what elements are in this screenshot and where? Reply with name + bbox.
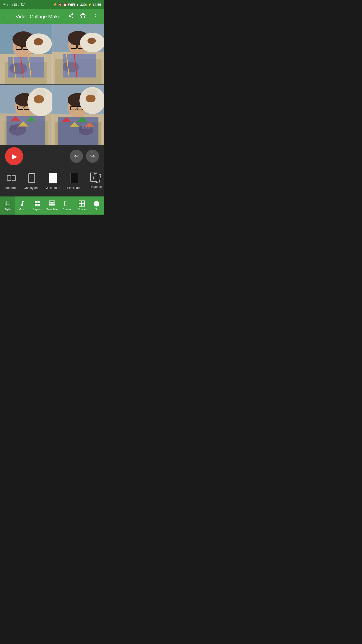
sticker-label: Sti — [95, 208, 98, 211]
video-cell-4[interactable] — [52, 85, 104, 145]
music-label: Music — [19, 208, 26, 211]
wifi-icon: WiFi — [68, 3, 75, 7]
video-grid — [0, 24, 104, 145]
download-icon-1: ↓ — [7, 3, 8, 6]
nav-item-music[interactable]: Music — [15, 196, 30, 215]
svg-point-46 — [34, 95, 44, 103]
photo-thumb-4 — [52, 85, 104, 145]
status-right-icons: ⚡ 🔇 ⏰ WiFi ▲ 32% ⚡ 14:55 — [53, 3, 101, 7]
download-icon-4: ↓ — [18, 3, 19, 6]
space-label: Space — [78, 208, 86, 211]
more-button[interactable]: ⋮ — [90, 11, 100, 22]
video-cell-1[interactable] — [0, 24, 52, 84]
gift-icon — [80, 13, 86, 19]
svg-rect-82 — [50, 202, 54, 204]
svg-point-64 — [86, 95, 96, 102]
border-icon — [64, 200, 70, 207]
play-button[interactable]: ▶ — [5, 147, 23, 165]
back-button[interactable]: ← — [4, 12, 13, 21]
transition-item-white-fade[interactable]: White fade — [42, 170, 64, 194]
transition-bar: and drop One by one White fade Black fad… — [0, 168, 104, 196]
nav-item-layout[interactable]: Layout — [30, 196, 44, 215]
download-icon-3: ↓ — [12, 3, 13, 6]
black-fade-label: Black fade — [67, 186, 81, 190]
media-icon: ▤ — [14, 3, 17, 6]
black-fade-icon — [68, 172, 81, 185]
one-by-one-icon — [25, 172, 38, 185]
style-label: Style — [4, 208, 10, 211]
border-label: Border — [63, 208, 71, 211]
space-icon — [78, 200, 85, 207]
transition-item-black-fade[interactable]: Black fade — [64, 170, 85, 194]
status-bar: ✉ ↓ ↓ ↓ ▤ ↓ 31° ⚡ 🔇 ⏰ WiFi ▲ 32% ⚡ 14:55 — [0, 0, 104, 9]
drag-drop-icon — [5, 172, 18, 185]
undo-icon: ↩ — [74, 153, 79, 159]
rotate-in-icon — [90, 172, 102, 184]
nav-item-space[interactable]: Space — [74, 196, 89, 215]
temperature-label: 31° — [20, 3, 25, 6]
battery-label: 32% — [80, 3, 87, 7]
gift-button[interactable] — [78, 11, 87, 22]
nav-item-template[interactable]: Template — [44, 196, 59, 215]
time-label: 14:55 — [93, 3, 101, 7]
white-fade-label: White fade — [46, 186, 60, 190]
transition-item-one-by-one[interactable]: One by one — [21, 170, 42, 194]
template-icon — [49, 200, 55, 207]
photo-thumb-1 — [0, 24, 52, 84]
download-icon-2: ↓ — [9, 3, 11, 6]
nav-item-sticker[interactable]: Sti — [89, 196, 104, 215]
template-label: Template — [47, 208, 58, 211]
white-fade-icon — [47, 172, 60, 185]
rotate-in-label: Rotate in — [89, 185, 102, 189]
mail-icon: ✉ — [3, 3, 6, 6]
app-title: Video Collage Maker — [16, 14, 63, 20]
nav-item-border[interactable]: Border — [60, 196, 74, 215]
sticker-icon — [93, 200, 100, 207]
drag-drop-label: and drop — [6, 186, 17, 190]
play-icon: ▶ — [12, 152, 17, 160]
redo-button[interactable]: ↪ — [86, 150, 99, 163]
one-by-one-label: One by one — [24, 186, 39, 190]
undo-redo-group: ↩ ↪ — [70, 150, 99, 163]
music-icon — [19, 200, 26, 207]
video-cell-3[interactable] — [0, 85, 52, 145]
layout-icon — [34, 200, 40, 207]
bluetooth-icon: ⚡ — [53, 3, 57, 7]
style-icon — [4, 200, 11, 207]
redo-icon: ↪ — [90, 153, 95, 159]
svg-point-29 — [87, 38, 96, 44]
app-bar: ← Video Collage Maker ⋮ — [0, 9, 104, 24]
charging-icon: ⚡ — [88, 3, 92, 7]
transition-item-rotate-in[interactable]: Rotate in — [85, 170, 104, 194]
photo-thumb-3 — [0, 85, 52, 145]
alarm-icon: ⏰ — [63, 3, 67, 7]
share-button[interactable] — [66, 11, 75, 22]
svg-rect-83 — [49, 205, 55, 206]
bottom-nav: Style Music Layout Template Border — [0, 196, 104, 215]
signal-icon: ▲ — [76, 3, 79, 7]
transition-item-drag-drop[interactable]: and drop — [2, 170, 21, 194]
controls-bar: ▶ ↩ ↪ — [0, 145, 104, 168]
status-left-icons: ✉ ↓ ↓ ↓ ▤ ↓ 31° — [3, 3, 25, 6]
svg-point-11 — [34, 38, 43, 46]
layout-label: Layout — [33, 208, 41, 211]
mute-icon: 🔇 — [58, 3, 62, 7]
share-icon — [68, 13, 74, 19]
undo-button[interactable]: ↩ — [70, 150, 83, 163]
nav-item-style[interactable]: Style — [0, 196, 15, 215]
photo-thumb-2 — [52, 24, 104, 84]
video-cell-2[interactable] — [52, 24, 104, 84]
